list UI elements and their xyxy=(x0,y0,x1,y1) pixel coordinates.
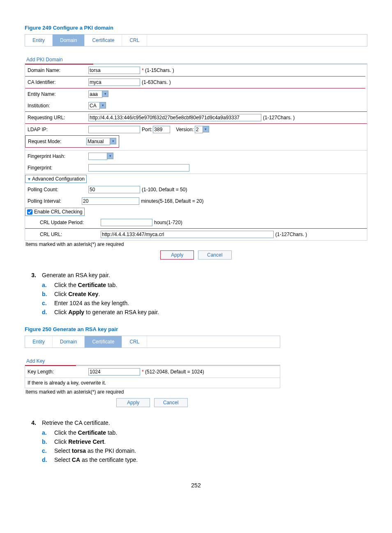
key-length-input[interactable] xyxy=(88,368,140,375)
step-3b-text: Click Create Key. xyxy=(54,291,100,297)
step-4-number: 4. xyxy=(25,419,36,466)
crl-update-hint: hours(1-720) xyxy=(154,220,182,225)
step-4a-letter: a. xyxy=(42,429,50,436)
chevron-down-icon[interactable]: ▾ xyxy=(107,153,113,159)
polling-interval-hint: minutes(5-168, Default = 20) xyxy=(141,198,203,204)
step-4-text: Retrieve the CA certificate. xyxy=(42,419,110,426)
version-label: Version: xyxy=(176,127,194,132)
enable-crl-checkbox[interactable] xyxy=(27,209,32,215)
chevron-down-icon[interactable]: ▾ xyxy=(110,138,116,144)
requesting-url-label: Requesting URL: xyxy=(28,115,88,121)
page-number: 252 xyxy=(25,482,367,489)
requesting-url-input[interactable] xyxy=(88,114,261,121)
ca-identifier-input[interactable] xyxy=(88,79,140,86)
fig250-buttons: Apply Cancel xyxy=(25,398,279,407)
tab-crl-2[interactable]: CRL xyxy=(122,336,147,348)
fingerprint-hash-label: Fingerprint Hash: xyxy=(28,153,88,159)
port-label: Port: xyxy=(142,127,152,132)
overwrite-note: If there is already a key, overwrite it. xyxy=(25,378,280,388)
step-4c-letter: c. xyxy=(42,447,50,454)
step-3c-text: Enter 1024 as the key length. xyxy=(54,300,129,306)
tab-certificate-2[interactable]: Certificate xyxy=(85,336,122,348)
ldap-ip-input[interactable] xyxy=(88,126,140,133)
fingerprint-input[interactable] xyxy=(88,164,189,171)
fig249-footnote: Items marked with an asterisk(*) are req… xyxy=(25,241,367,247)
apply-button-2[interactable]: Apply xyxy=(116,398,150,407)
polling-count-hint: (1-100, Default = 50) xyxy=(142,187,187,192)
step-3-number: 3. xyxy=(25,272,36,318)
fingerprint-label: Fingerprint: xyxy=(28,165,88,171)
crl-url-input[interactable] xyxy=(101,231,274,238)
step-4c-text: Select torsa as the PKI domain. xyxy=(54,447,136,454)
port-input[interactable] xyxy=(153,126,170,133)
step-4a-text: Click the Certificate tab. xyxy=(54,429,117,436)
domain-name-hint: * (1-15Chars. ) xyxy=(142,67,174,73)
institution-label: Institution: xyxy=(28,103,88,109)
enable-crl-label: Enable CRL Checking xyxy=(34,209,83,215)
add-key-form: Key Length: * (512-2048, Default = 1024)… xyxy=(25,365,280,388)
crl-update-input[interactable] xyxy=(101,219,152,226)
polling-count-label: Polling Count: xyxy=(28,187,88,192)
cancel-button[interactable]: Cancel xyxy=(198,250,232,260)
chevron-down-icon[interactable]: ▾ xyxy=(203,126,209,132)
fig250-tab-bar: Entity Domain Certificate CRL xyxy=(25,336,280,348)
step-4d-letter: d. xyxy=(42,457,50,463)
step-3b-letter: b. xyxy=(42,291,50,297)
cancel-button-2[interactable]: Cancel xyxy=(154,398,188,407)
tab-entity[interactable]: Entity xyxy=(25,35,53,46)
crl-url-label: CRL URL: xyxy=(28,232,101,237)
key-length-hint: * (512-2048, Default = 1024) xyxy=(142,369,204,375)
crl-update-label: CRL Update Period: xyxy=(28,220,101,225)
tab-crl[interactable]: CRL xyxy=(122,35,147,46)
figure-249-title: Figure 249 Configure a PKI domain xyxy=(25,25,367,31)
polling-count-input[interactable] xyxy=(88,186,140,193)
step-3-text: Generate an RSA key pair. xyxy=(42,272,110,278)
step-4b-letter: b. xyxy=(42,438,50,445)
chevron-down-icon[interactable]: ▾ xyxy=(100,102,106,109)
pki-domain-form: Domain Name: * (1-15Chars. ) CA Identifi… xyxy=(25,63,367,241)
version-select[interactable] xyxy=(195,126,203,133)
ca-identifier-label: CA Identifier: xyxy=(28,79,88,85)
advanced-configuration-toggle[interactable]: ▼ Advanced Configuration xyxy=(25,175,87,183)
advanced-configuration-label: Advanced Configuration xyxy=(32,176,85,182)
step-3c-letter: c. xyxy=(42,300,50,306)
fingerprint-hash-select[interactable] xyxy=(88,153,107,160)
polling-interval-label: Polling Interval: xyxy=(28,198,82,204)
step-4b-text: Click Retrieve Cert. xyxy=(54,438,106,445)
apply-button[interactable]: Apply xyxy=(160,250,194,260)
tab-entity-2[interactable]: Entity xyxy=(25,336,53,348)
entity-name-select[interactable] xyxy=(88,90,102,98)
crl-url-hint: (1-127Chars. ) xyxy=(275,232,307,237)
request-mode-label: Request Mode: xyxy=(28,139,86,144)
step-3a-text: Click the Certificate tab. xyxy=(54,282,117,288)
ldap-ip-label: LDAP IP: xyxy=(28,127,88,132)
key-length-label: Key Length: xyxy=(28,369,88,375)
requesting-url-hint: (1-127Chars. ) xyxy=(263,115,295,121)
add-pki-domain-title: Add PKI Domain xyxy=(26,57,367,63)
request-mode-select[interactable] xyxy=(86,138,110,145)
enable-crl-container: Enable CRL Checking xyxy=(25,208,85,216)
fig249-buttons: Apply Cancel xyxy=(25,250,367,260)
domain-name-input[interactable] xyxy=(88,67,140,74)
triangle-down-icon: ▼ xyxy=(27,177,31,181)
figure-250-title: Figure 250 Generate an RSA key pair xyxy=(25,326,367,332)
fig249-tab-bar: Entity Domain Certificate CRL xyxy=(25,34,367,46)
tab-certificate[interactable]: Certificate xyxy=(85,35,122,46)
tab-domain[interactable]: Domain xyxy=(53,35,85,46)
add-key-title: Add Key xyxy=(26,358,367,364)
step-3d-text: Click Apply to generate an RSA key pair. xyxy=(54,309,159,315)
step-3a-letter: a. xyxy=(42,282,50,288)
tab-domain-2[interactable]: Domain xyxy=(53,336,85,348)
entity-name-label: Entity Name: xyxy=(28,91,88,97)
ca-identifier-hint: (1-63Chars. ) xyxy=(142,79,171,85)
step-4d-text: Select CA as the certificate type. xyxy=(54,457,138,463)
polling-interval-input[interactable] xyxy=(82,197,139,205)
domain-name-label: Domain Name: xyxy=(28,67,88,73)
institution-select[interactable] xyxy=(88,102,100,109)
step-3d-letter: d. xyxy=(42,309,50,315)
chevron-down-icon[interactable]: ▾ xyxy=(102,90,108,97)
fig250-footnote: Items marked with an asterisk(*) are req… xyxy=(25,389,367,395)
